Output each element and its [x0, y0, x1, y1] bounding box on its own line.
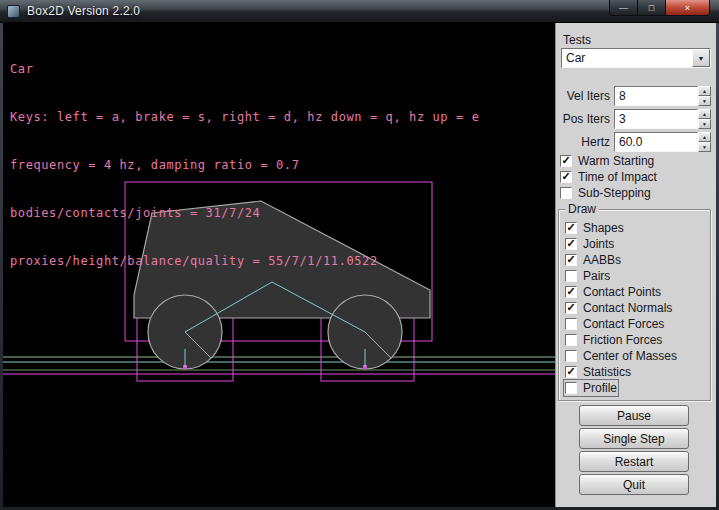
close-icon: ×	[685, 3, 690, 13]
checkbox-contact-points[interactable]: ✓ Contact Points	[565, 285, 661, 299]
debug-line: bodies/contacts/joints = 31/7/24	[10, 205, 479, 221]
checkbox-box	[565, 382, 577, 394]
debug-line: Car	[10, 61, 479, 77]
vel-iters-row: Vel Iters 8 ▲ ▼	[556, 86, 713, 106]
hertz-input[interactable]: 60.0	[614, 132, 698, 152]
checkbox-statistics[interactable]: ✓ Statistics	[565, 365, 631, 379]
checkbox-label: Sub-Stepping	[578, 186, 651, 200]
checkbox-box: ✓	[565, 254, 577, 266]
checkbox-box	[565, 350, 577, 362]
control-panel: Tests Car ▼ Vel Iters 8 ▲ ▼ Pos Iters 3 …	[555, 23, 716, 507]
vel-iters-input[interactable]: 8	[614, 86, 698, 106]
checkbox-box: ✓	[565, 302, 577, 314]
checkbox-label: AABBs	[583, 253, 621, 267]
checkbox-contact-normals[interactable]: ✓ Contact Normals	[565, 301, 672, 315]
tests-selected-value: Car	[562, 51, 692, 65]
single-step-button[interactable]: Single Step	[579, 428, 689, 449]
minimize-icon: —	[619, 3, 628, 13]
check-icon: ✓	[566, 222, 575, 232]
checkbox-joints[interactable]: ✓ Joints	[565, 237, 614, 251]
checkbox-label: Center of Masses	[583, 349, 677, 363]
vel-iters-down-button[interactable]: ▼	[698, 96, 711, 106]
tests-label: Tests	[563, 33, 591, 47]
hertz-up-button[interactable]: ▲	[698, 132, 711, 142]
hertz-stepper: ▲ ▼	[698, 132, 711, 152]
maximize-button[interactable]: □	[638, 0, 666, 15]
box2d-window: Box2D Version 2.2.0 — □ ×	[0, 0, 719, 510]
pos-iters-stepper: ▲ ▼	[698, 109, 711, 129]
check-icon: ✓	[561, 171, 570, 181]
checkbox-shapes[interactable]: ✓ Shapes	[565, 221, 624, 235]
pos-iters-label: Pos Iters	[556, 112, 610, 126]
checkbox-box: ✓	[560, 171, 572, 183]
checkbox-pairs[interactable]: Pairs	[565, 269, 610, 283]
check-icon: ✓	[566, 286, 575, 296]
pos-iters-input[interactable]: 3	[614, 109, 698, 129]
checkbox-label: Time of Impact	[578, 170, 657, 184]
draw-group-title: Draw	[565, 202, 599, 216]
debug-line: Keys: left = a, brake = s, right = d, hz…	[10, 109, 479, 125]
checkbox-box: ✓	[565, 366, 577, 378]
titlebar[interactable]: Box2D Version 2.2.0 — □ ×	[0, 0, 719, 23]
checkbox-label: Contact Forces	[583, 317, 664, 331]
restart-button[interactable]: Restart	[579, 451, 689, 472]
window-title: Box2D Version 2.2.0	[27, 4, 140, 18]
pos-iters-row: Pos Iters 3 ▲ ▼	[556, 109, 713, 129]
arrow-up-icon: ▲	[702, 111, 707, 117]
arrow-up-icon: ▲	[702, 134, 707, 140]
debug-text-overlay: Car Keys: left = a, brake = s, right = d…	[10, 29, 479, 301]
simulation-canvas[interactable]: Car Keys: left = a, brake = s, right = d…	[3, 23, 555, 507]
arrow-down-icon: ▼	[702, 98, 707, 104]
pos-iters-down-button[interactable]: ▼	[698, 119, 711, 129]
check-icon: ✓	[566, 238, 575, 248]
checkbox-box	[565, 334, 577, 346]
debug-line: proxies/height/balance/quality = 55/7/1/…	[10, 253, 479, 269]
checkbox-label: Friction Forces	[583, 333, 662, 347]
checkbox-warm-starting[interactable]: ✓ Warm Starting	[560, 154, 654, 168]
check-icon: ✓	[566, 302, 575, 312]
quit-button[interactable]: Quit	[579, 474, 689, 495]
vel-iters-stepper: ▲ ▼	[698, 86, 711, 106]
checkbox-time-of-impact[interactable]: ✓ Time of Impact	[560, 170, 657, 184]
checkbox-box: ✓	[565, 286, 577, 298]
checkbox-aabbs[interactable]: ✓ AABBs	[565, 253, 621, 267]
checkbox-profile[interactable]: Profile	[565, 381, 617, 395]
arrow-down-icon: ▼	[702, 144, 707, 150]
arrow-down-icon: ▼	[702, 121, 707, 127]
checkbox-label: Contact Normals	[583, 301, 672, 315]
checkbox-box: ✓	[565, 222, 577, 234]
checkbox-box	[560, 187, 572, 199]
window-controls: — □ ×	[609, 0, 710, 16]
hertz-down-button[interactable]: ▼	[698, 142, 711, 152]
checkbox-friction-forces[interactable]: Friction Forces	[565, 333, 662, 347]
hertz-row: Hertz 60.0 ▲ ▼	[556, 132, 713, 152]
checkbox-label: Statistics	[583, 365, 631, 379]
maximize-icon: □	[649, 3, 654, 13]
vel-iters-up-button[interactable]: ▲	[698, 86, 711, 96]
check-icon: ✓	[566, 254, 575, 264]
tests-dropdown[interactable]: Car ▼	[561, 48, 711, 68]
app-icon	[7, 5, 20, 18]
checkbox-label: Shapes	[583, 221, 624, 235]
checkbox-box: ✓	[560, 155, 572, 167]
pause-button[interactable]: Pause	[579, 405, 689, 426]
hertz-label: Hertz	[556, 135, 610, 149]
checkbox-sub-stepping[interactable]: Sub-Stepping	[560, 186, 651, 200]
vel-iters-label: Vel Iters	[556, 89, 610, 103]
checkbox-box: ✓	[565, 238, 577, 250]
arrow-up-icon: ▲	[702, 88, 707, 94]
dropdown-button[interactable]: ▼	[692, 49, 710, 67]
minimize-button[interactable]: —	[610, 0, 638, 15]
checkbox-center-of-masses[interactable]: Center of Masses	[565, 349, 677, 363]
checkbox-label: Profile	[583, 381, 617, 395]
check-icon: ✓	[566, 366, 575, 376]
checkbox-label: Joints	[583, 237, 614, 251]
pos-iters-up-button[interactable]: ▲	[698, 109, 711, 119]
checkbox-label: Pairs	[583, 269, 610, 283]
checkbox-contact-forces[interactable]: Contact Forces	[565, 317, 664, 331]
checkbox-box	[565, 318, 577, 330]
chevron-down-icon: ▼	[698, 55, 705, 62]
checkbox-label: Warm Starting	[578, 154, 654, 168]
checkbox-box	[565, 270, 577, 282]
close-button[interactable]: ×	[666, 0, 709, 15]
